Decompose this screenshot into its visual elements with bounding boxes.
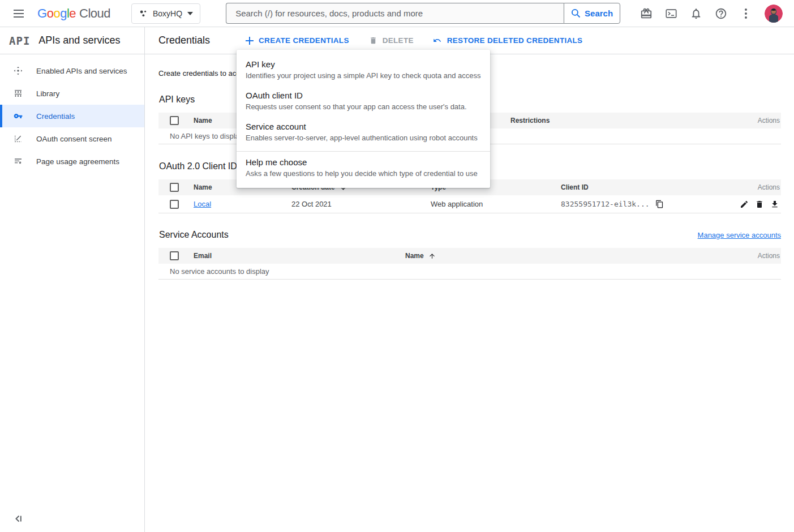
- search-area: Search: [226, 3, 620, 24]
- more-options-icon[interactable]: [740, 7, 752, 20]
- project-icon: [139, 9, 148, 18]
- select-all-checkbox[interactable]: [170, 116, 179, 125]
- delete-icon[interactable]: [754, 199, 765, 209]
- edit-icon[interactable]: [739, 199, 749, 209]
- download-icon[interactable]: [770, 199, 780, 209]
- oauth-client-row: Local 22 Oct 2021 Web application 832559…: [158, 195, 781, 213]
- agreements-icon: [14, 157, 23, 166]
- delete-button[interactable]: DELETE: [369, 36, 414, 45]
- google-cloud-logo[interactable]: Google Cloud: [37, 6, 110, 21]
- row-select-cell: [158, 200, 194, 209]
- select-all-cell: [158, 183, 194, 192]
- menu-item-service-account[interactable]: Service account Enables server-to-server…: [237, 117, 490, 148]
- select-all-cell: [158, 251, 194, 260]
- select-all-cell: [158, 116, 194, 125]
- empty-text: No API keys to display: [158, 132, 243, 140]
- service-accounts-empty-row: No service accounts to display: [158, 264, 781, 280]
- row-actions: [713, 199, 781, 209]
- sidebar-header: API APIs and services: [0, 27, 144, 54]
- column-header-actions: Actions: [713, 183, 781, 191]
- sidebar-item-enabled-apis[interactable]: Enabled APIs and services: [0, 59, 144, 82]
- column-header-restrictions: Restrictions: [510, 117, 713, 125]
- topbar-icons: [640, 5, 794, 23]
- project-name: BoxyHQ: [153, 9, 182, 18]
- row-checkbox[interactable]: [170, 200, 179, 209]
- select-all-checkbox[interactable]: [170, 183, 179, 192]
- sidebar-item-library[interactable]: Library: [0, 82, 144, 105]
- search-button-label: Search: [585, 8, 613, 18]
- copy-icon[interactable]: [655, 200, 664, 208]
- logo-cloud-text: Cloud: [79, 6, 110, 21]
- sidebar-item-label: Library: [36, 89, 59, 98]
- column-header-actions: Actions: [713, 252, 781, 260]
- logo-letter: G: [37, 6, 47, 21]
- sidebar-item-label: Page usage agreements: [36, 157, 119, 166]
- client-type: Web application: [431, 200, 561, 208]
- service-accounts-header: Service Accounts Manage service accounts: [158, 230, 781, 240]
- cloud-shell-icon[interactable]: [665, 7, 677, 20]
- consent-screen-icon: [14, 134, 23, 143]
- service-accounts-heading: Service Accounts: [159, 230, 229, 240]
- enabled-apis-icon: [14, 66, 23, 75]
- top-bar: Google Cloud BoxyHQ Search: [0, 0, 794, 27]
- sidebar-item-oauth-consent[interactable]: OAuth consent screen: [0, 127, 144, 150]
- avatar[interactable]: [765, 5, 783, 23]
- column-header-email: Email: [194, 252, 405, 260]
- sidebar-item-label: OAuth consent screen: [36, 135, 112, 143]
- client-name-link[interactable]: Local: [194, 200, 211, 208]
- chevron-down-icon: [187, 12, 193, 15]
- gift-icon[interactable]: [640, 7, 653, 20]
- sidebar-item-label: Credentials: [36, 112, 75, 121]
- project-selector[interactable]: BoxyHQ: [131, 3, 200, 24]
- sidebar-item-credentials[interactable]: Credentials: [0, 105, 144, 127]
- menu-item-api-key[interactable]: API key Identifies your project using a …: [237, 54, 490, 85]
- search-input[interactable]: [226, 3, 564, 24]
- key-icon: [14, 111, 23, 121]
- column-header-actions: Actions: [713, 117, 781, 125]
- search-icon: [571, 8, 581, 18]
- notifications-bell-icon[interactable]: [690, 7, 702, 20]
- collapse-sidebar-icon[interactable]: [14, 514, 24, 524]
- column-header-name[interactable]: Name: [405, 252, 713, 260]
- client-creation-date: 22 Oct 2021: [291, 200, 431, 208]
- client-id-value: 83255951712-eil3k...: [561, 200, 650, 208]
- select-all-checkbox[interactable]: [170, 251, 179, 260]
- empty-text: No service accounts to display: [158, 267, 269, 276]
- menu-divider: [237, 151, 490, 152]
- restore-deleted-credentials-button[interactable]: RESTORE DELETED CREDENTIALS: [432, 36, 583, 45]
- api-logo: API: [9, 35, 30, 47]
- search-button[interactable]: Search: [564, 3, 620, 24]
- library-icon: [14, 89, 23, 98]
- menu-item-help-me-choose[interactable]: Help me choose Asks a few questions to h…: [237, 152, 490, 183]
- sort-ascending-icon: [428, 252, 436, 260]
- column-header-client-id: Client ID: [561, 183, 713, 191]
- manage-service-accounts-link[interactable]: Manage service accounts: [698, 231, 781, 239]
- page-title: Credentials: [158, 35, 210, 46]
- service-accounts-table-header: Email Name Actions: [158, 248, 781, 264]
- service-accounts-table: Email Name Actions No service accounts t…: [158, 248, 781, 280]
- help-icon[interactable]: [715, 7, 727, 20]
- create-credentials-button[interactable]: CREATE CREDENTIALS: [246, 36, 349, 45]
- undo-icon: [432, 36, 442, 45]
- trash-icon: [369, 36, 377, 45]
- sidebar-item-label: Enabled APIs and services: [36, 67, 127, 75]
- hamburger-menu-icon[interactable]: [13, 8, 24, 19]
- menu-item-oauth-client-id[interactable]: OAuth client ID Requests user consent so…: [237, 85, 490, 117]
- sidebar-item-page-usage[interactable]: Page usage agreements: [0, 150, 144, 173]
- sidebar: API APIs and services Enabled APIs and s…: [0, 27, 145, 532]
- create-credentials-menu: API key Identifies your project using a …: [237, 50, 490, 188]
- sidebar-title: APIs and services: [38, 35, 120, 46]
- sidebar-nav: Enabled APIs and services Library Creden…: [0, 54, 144, 173]
- plus-icon: [246, 37, 254, 45]
